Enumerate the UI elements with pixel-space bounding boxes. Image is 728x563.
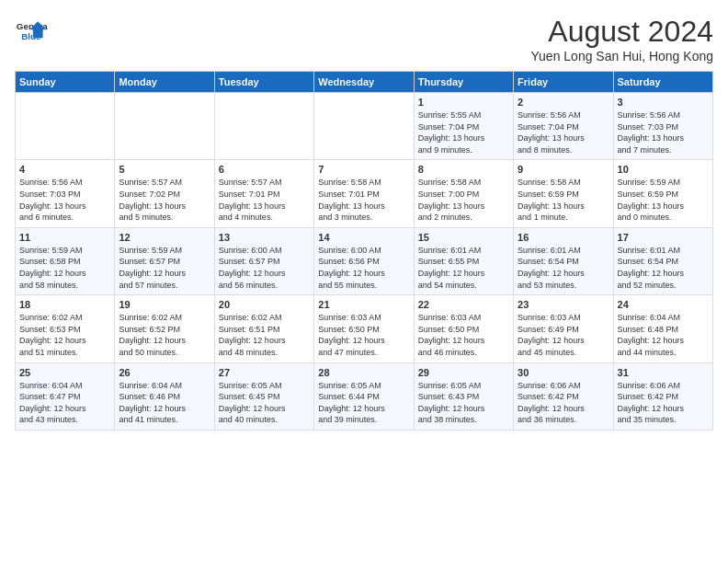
day-number: 26 [119, 367, 210, 378]
day-number: 23 [518, 299, 609, 310]
day-cell: 24Sunrise: 6:04 AM Sunset: 6:48 PM Dayli… [613, 295, 712, 362]
day-cell: 10Sunrise: 5:59 AM Sunset: 6:59 PM Dayli… [613, 160, 712, 227]
day-info: Sunrise: 5:56 AM Sunset: 7:04 PM Dayligh… [518, 109, 609, 155]
day-info: Sunrise: 6:04 AM Sunset: 6:47 PM Dayligh… [19, 380, 110, 426]
day-info: Sunrise: 6:01 AM Sunset: 6:54 PM Dayligh… [618, 245, 709, 291]
day-cell: 16Sunrise: 6:01 AM Sunset: 6:54 PM Dayli… [514, 227, 613, 294]
calendar-table: SundayMondayTuesdayWednesdayThursdayFrid… [15, 71, 713, 431]
day-info: Sunrise: 6:05 AM Sunset: 6:44 PM Dayligh… [318, 380, 409, 426]
day-number: 18 [19, 299, 110, 310]
day-info: Sunrise: 6:04 AM Sunset: 6:48 PM Dayligh… [618, 312, 709, 358]
day-number: 3 [618, 97, 709, 108]
day-number: 12 [119, 232, 210, 243]
day-number: 14 [318, 232, 409, 243]
day-number: 24 [618, 299, 709, 310]
day-number: 4 [19, 164, 110, 175]
day-cell: 26Sunrise: 6:04 AM Sunset: 6:46 PM Dayli… [115, 362, 214, 430]
day-info: Sunrise: 5:57 AM Sunset: 7:01 PM Dayligh… [219, 177, 310, 223]
weekday-header-monday: Monday [115, 72, 214, 93]
day-number: 21 [318, 299, 409, 310]
svg-text:General: General [17, 21, 48, 31]
day-info: Sunrise: 6:02 AM Sunset: 6:53 PM Dayligh… [19, 312, 110, 358]
day-number: 16 [518, 232, 609, 243]
day-number: 2 [518, 97, 609, 108]
day-info: Sunrise: 5:55 AM Sunset: 7:04 PM Dayligh… [418, 109, 509, 155]
day-info: Sunrise: 5:57 AM Sunset: 7:02 PM Dayligh… [119, 177, 210, 223]
day-number: 10 [618, 164, 709, 175]
day-number: 25 [19, 367, 110, 378]
day-cell: 3Sunrise: 5:56 AM Sunset: 7:03 PM Daylig… [613, 93, 712, 160]
day-cell: 28Sunrise: 6:05 AM Sunset: 6:44 PM Dayli… [314, 362, 414, 430]
day-info: Sunrise: 6:06 AM Sunset: 6:42 PM Dayligh… [618, 380, 709, 426]
day-info: Sunrise: 5:58 AM Sunset: 7:01 PM Dayligh… [318, 177, 409, 223]
day-cell: 9Sunrise: 5:58 AM Sunset: 6:59 PM Daylig… [514, 160, 613, 227]
day-cell: 27Sunrise: 6:05 AM Sunset: 6:45 PM Dayli… [214, 362, 313, 430]
day-cell: 7Sunrise: 5:58 AM Sunset: 7:01 PM Daylig… [314, 160, 414, 227]
day-cell: 21Sunrise: 6:03 AM Sunset: 6:50 PM Dayli… [314, 295, 414, 362]
day-number: 27 [219, 367, 310, 378]
weekday-header-tuesday: Tuesday [214, 72, 313, 93]
day-info: Sunrise: 5:58 AM Sunset: 7:00 PM Dayligh… [418, 177, 509, 223]
day-number: 28 [318, 367, 409, 378]
week-row-2: 4Sunrise: 5:56 AM Sunset: 7:03 PM Daylig… [16, 160, 713, 227]
day-number: 8 [418, 164, 509, 175]
day-info: Sunrise: 6:03 AM Sunset: 6:49 PM Dayligh… [518, 312, 609, 358]
week-row-3: 11Sunrise: 5:59 AM Sunset: 6:58 PM Dayli… [16, 227, 713, 294]
day-cell: 18Sunrise: 6:02 AM Sunset: 6:53 PM Dayli… [16, 295, 115, 362]
month-year: August 2024 [531, 15, 714, 49]
weekday-header-friday: Friday [514, 72, 613, 93]
day-number: 20 [219, 299, 310, 310]
location: Yuen Long San Hui, Hong Kong [531, 49, 714, 63]
weekday-header-thursday: Thursday [414, 72, 513, 93]
day-cell: 6Sunrise: 5:57 AM Sunset: 7:01 PM Daylig… [214, 160, 313, 227]
week-row-4: 18Sunrise: 6:02 AM Sunset: 6:53 PM Dayli… [16, 295, 713, 362]
day-number: 29 [418, 367, 509, 378]
day-number: 6 [219, 164, 310, 175]
day-info: Sunrise: 5:59 AM Sunset: 6:57 PM Dayligh… [119, 245, 210, 291]
day-cell: 4Sunrise: 5:56 AM Sunset: 7:03 PM Daylig… [16, 160, 115, 227]
day-number: 15 [418, 232, 509, 243]
day-cell: 13Sunrise: 6:00 AM Sunset: 6:57 PM Dayli… [214, 227, 313, 294]
calendar-header: SundayMondayTuesdayWednesdayThursdayFrid… [16, 72, 713, 93]
day-cell: 11Sunrise: 5:59 AM Sunset: 6:58 PM Dayli… [16, 227, 115, 294]
weekday-header-wednesday: Wednesday [314, 72, 414, 93]
day-info: Sunrise: 6:03 AM Sunset: 6:50 PM Dayligh… [418, 312, 509, 358]
day-number: 9 [518, 164, 609, 175]
day-cell: 19Sunrise: 6:02 AM Sunset: 6:52 PM Dayli… [115, 295, 214, 362]
page-header: General Blue August 2024 Yuen Long San H… [15, 15, 713, 63]
logo-icon: General Blue [15, 15, 48, 48]
day-info: Sunrise: 6:00 AM Sunset: 6:57 PM Dayligh… [219, 245, 310, 291]
day-info: Sunrise: 5:59 AM Sunset: 6:59 PM Dayligh… [618, 177, 709, 223]
day-cell: 8Sunrise: 5:58 AM Sunset: 7:00 PM Daylig… [414, 160, 513, 227]
day-info: Sunrise: 6:05 AM Sunset: 6:43 PM Dayligh… [418, 380, 509, 426]
day-cell: 25Sunrise: 6:04 AM Sunset: 6:47 PM Dayli… [16, 362, 115, 430]
day-cell [214, 93, 313, 160]
day-info: Sunrise: 6:06 AM Sunset: 6:42 PM Dayligh… [518, 380, 609, 426]
day-info: Sunrise: 5:58 AM Sunset: 6:59 PM Dayligh… [518, 177, 609, 223]
day-info: Sunrise: 6:01 AM Sunset: 6:54 PM Dayligh… [518, 245, 609, 291]
day-cell: 15Sunrise: 6:01 AM Sunset: 6:55 PM Dayli… [414, 227, 513, 294]
day-number: 19 [119, 299, 210, 310]
day-number: 11 [19, 232, 110, 243]
day-cell: 23Sunrise: 6:03 AM Sunset: 6:49 PM Dayli… [514, 295, 613, 362]
weekday-header-saturday: Saturday [613, 72, 712, 93]
day-cell [314, 93, 414, 160]
day-number: 5 [119, 164, 210, 175]
week-row-5: 25Sunrise: 6:04 AM Sunset: 6:47 PM Dayli… [16, 362, 713, 430]
logo: General Blue [15, 15, 48, 48]
weekday-header-sunday: Sunday [16, 72, 115, 93]
day-cell: 1Sunrise: 5:55 AM Sunset: 7:04 PM Daylig… [414, 93, 513, 160]
calendar-body: 1Sunrise: 5:55 AM Sunset: 7:04 PM Daylig… [16, 93, 713, 431]
day-info: Sunrise: 6:02 AM Sunset: 6:51 PM Dayligh… [219, 312, 310, 358]
day-cell: 14Sunrise: 6:00 AM Sunset: 6:56 PM Dayli… [314, 227, 414, 294]
day-info: Sunrise: 6:02 AM Sunset: 6:52 PM Dayligh… [119, 312, 210, 358]
day-number: 1 [418, 97, 509, 108]
day-number: 17 [618, 232, 709, 243]
day-cell: 30Sunrise: 6:06 AM Sunset: 6:42 PM Dayli… [514, 362, 613, 430]
day-cell: 31Sunrise: 6:06 AM Sunset: 6:42 PM Dayli… [613, 362, 712, 430]
day-cell: 17Sunrise: 6:01 AM Sunset: 6:54 PM Dayli… [613, 227, 712, 294]
day-info: Sunrise: 6:03 AM Sunset: 6:50 PM Dayligh… [318, 312, 409, 358]
day-cell [115, 93, 214, 160]
day-info: Sunrise: 6:00 AM Sunset: 6:56 PM Dayligh… [318, 245, 409, 291]
day-info: Sunrise: 5:56 AM Sunset: 7:03 PM Dayligh… [618, 109, 709, 155]
